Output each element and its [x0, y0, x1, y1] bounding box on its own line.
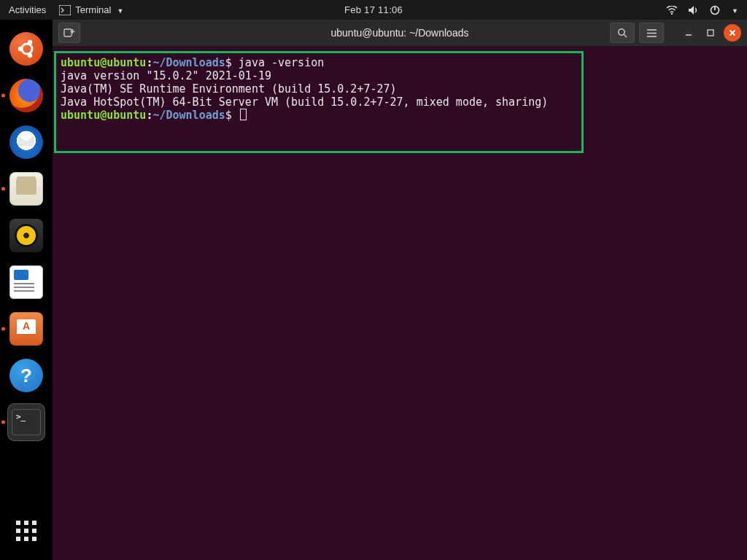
- terminal-icon: [59, 5, 71, 15]
- terminal-cursor: [240, 109, 247, 120]
- rhythmbox-icon: [9, 219, 43, 252]
- gnome-top-panel: Activities Terminal ▼ Feb 17 11:06 ▼: [0, 0, 747, 20]
- window-title: ubuntu@ubuntu: ~/Downloads: [331, 27, 469, 39]
- svg-rect-8: [64, 29, 71, 36]
- dock: ?: [0, 20, 53, 560]
- system-status-area[interactable]: ▼: [666, 5, 747, 15]
- volume-icon: [688, 5, 700, 15]
- minimize-icon: [684, 28, 693, 37]
- dock-item-software[interactable]: [7, 310, 45, 348]
- maximize-icon: [706, 28, 715, 37]
- terminal-output-line: java version "15.0.2" 2021-01-19: [61, 69, 577, 82]
- svg-line-12: [624, 34, 627, 37]
- chevron-down-icon: ▼: [117, 7, 123, 15]
- app-menu[interactable]: Terminal ▼: [59, 4, 123, 15]
- dock-item-firefox[interactable]: [7, 77, 45, 114]
- new-tab-button[interactable]: [58, 23, 80, 43]
- window-close-button[interactable]: [724, 24, 741, 42]
- terminal-output-line: Java HotSpot(TM) 64-Bit Server VM (build…: [61, 96, 577, 109]
- show-applications-button[interactable]: [7, 512, 45, 550]
- svg-point-1: [671, 12, 673, 14]
- software-center-icon: [9, 312, 43, 346]
- activities-button[interactable]: Activities: [9, 4, 46, 15]
- prompt-path: ~/Downloads: [152, 56, 225, 69]
- terminal-output-line: Java(TM) SE Runtime Environment (build 1…: [61, 82, 577, 96]
- hamburger-icon: [646, 28, 657, 38]
- window-maximize-button[interactable]: [702, 24, 719, 42]
- dock-item-files[interactable]: [7, 170, 45, 208]
- wifi-icon: [666, 6, 678, 15]
- dock-item-writer[interactable]: [7, 263, 45, 301]
- help-icon: ?: [9, 359, 43, 392]
- thunderbird-icon: [9, 125, 43, 159]
- highlight-box: ubuntu@ubuntu:~/Downloads$ java -version…: [54, 51, 584, 153]
- terminal-icon: [12, 409, 41, 435]
- window-titlebar[interactable]: ubuntu@ubuntu: ~/Downloads: [53, 20, 747, 47]
- new-tab-icon: [63, 28, 75, 38]
- ubuntu-icon: [9, 32, 43, 66]
- svg-point-7: [22, 44, 32, 54]
- svg-point-11: [618, 28, 624, 34]
- apps-grid-icon: [16, 521, 36, 541]
- command-text: java -version: [239, 56, 324, 69]
- prompt-host: ubuntu: [107, 56, 146, 69]
- terminal-line: ubuntu@ubuntu:~/Downloads$ java -version: [61, 56, 577, 69]
- search-icon: [617, 28, 628, 39]
- clock[interactable]: Feb 17 11:06: [344, 4, 403, 15]
- terminal-line: ubuntu@ubuntu:~/Downloads$: [61, 109, 577, 122]
- libreoffice-writer-icon: [9, 265, 43, 299]
- terminal-viewport[interactable]: ubuntu@ubuntu:~/Downloads$ java -version…: [53, 47, 747, 560]
- app-menu-label: Terminal: [75, 4, 111, 15]
- svg-rect-0: [59, 5, 71, 15]
- chevron-down-icon: ▼: [732, 7, 738, 15]
- firefox-icon: [9, 79, 43, 112]
- files-icon: [9, 172, 43, 206]
- terminal-window: ubuntu@ubuntu: ~/Downloads ubuntu@ubuntu…: [53, 20, 747, 560]
- dock-item-ubuntu[interactable]: [7, 30, 45, 68]
- close-icon: [728, 28, 737, 37]
- prompt-user: ubuntu: [61, 56, 100, 69]
- dock-item-rhythmbox[interactable]: [7, 217, 45, 254]
- dock-item-thunderbird[interactable]: [7, 123, 45, 161]
- search-button[interactable]: [610, 23, 635, 43]
- menu-button[interactable]: [639, 23, 664, 43]
- dock-item-terminal[interactable]: [7, 403, 45, 441]
- power-icon: [710, 5, 720, 15]
- dock-item-help[interactable]: ?: [7, 357, 45, 394]
- svg-rect-17: [708, 30, 713, 36]
- window-minimize-button[interactable]: [680, 24, 697, 42]
